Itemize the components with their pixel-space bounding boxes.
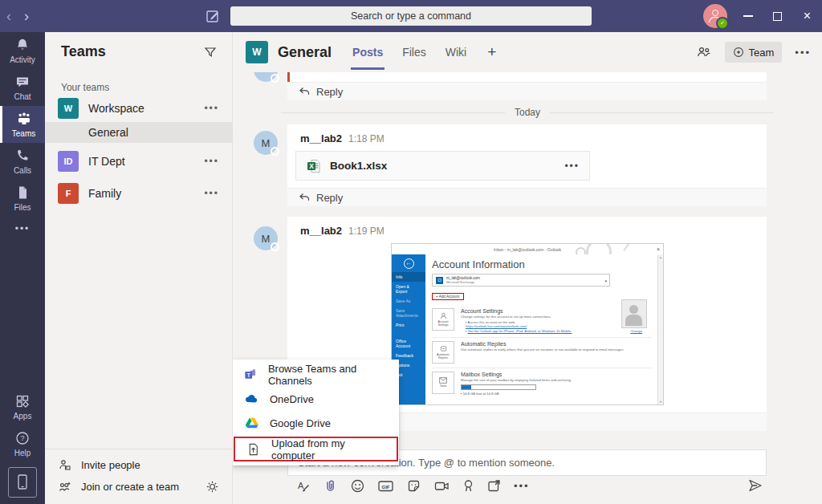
join-create-team-button[interactable]: Join or create a team xyxy=(58,476,219,498)
reply-arrow-icon xyxy=(299,193,310,202)
avatar: M xyxy=(254,226,278,250)
attach-icon[interactable] xyxy=(323,478,338,494)
rail-more-icon[interactable]: ••• xyxy=(0,217,45,241)
rail-item-activity[interactable]: Activity xyxy=(0,32,45,69)
menu-item-label: Upload from my computer xyxy=(271,437,385,461)
new-conversation-icon[interactable] xyxy=(486,478,502,494)
excel-file-icon: X xyxy=(306,158,322,174)
outlook-nav-open-export: Open & Export xyxy=(392,282,425,296)
avatar[interactable]: ✓ xyxy=(703,4,727,28)
compose-more-icon[interactable]: ••• xyxy=(514,480,530,492)
outlook-add-account-button: + Add Account xyxy=(432,293,464,300)
emoji-icon[interactable] xyxy=(350,478,365,494)
new-chat-icon[interactable] xyxy=(205,8,221,24)
menu-item-browse-teams[interactable]: T Browse Teams and Channels xyxy=(233,363,399,387)
reply-button[interactable]: Reply xyxy=(287,188,767,206)
sidebar-team-family[interactable]: F Family ••• xyxy=(45,181,232,205)
team-more-icon[interactable]: ••• xyxy=(204,188,219,199)
mobile-app-button[interactable] xyxy=(8,467,37,498)
rail-item-chat[interactable]: Chat xyxy=(0,69,45,106)
svg-text:GIF: GIF xyxy=(382,485,390,490)
channel-more-icon[interactable]: ••• xyxy=(795,47,811,59)
join-create-team-label: Join or create a team xyxy=(81,481,179,493)
rail-item-files[interactable]: Files xyxy=(0,180,45,217)
menu-item-upload-from-computer[interactable]: Upload from my computer xyxy=(235,438,397,460)
members-icon[interactable] xyxy=(696,44,712,60)
menu-highlight-box: Upload from my computer xyxy=(234,437,398,461)
rail-item-label: Teams xyxy=(12,129,35,138)
rail-item-teams[interactable]: Teams xyxy=(0,106,45,143)
rail-item-help[interactable]: ? Help xyxy=(0,425,45,462)
meet-now-camera-icon[interactable] xyxy=(433,478,450,494)
svg-text:A: A xyxy=(298,481,304,490)
tab-wiki[interactable]: Wiki xyxy=(446,32,466,72)
menu-item-label: OneDrive xyxy=(270,393,314,405)
google-drive-icon xyxy=(244,416,258,430)
menu-item-label: Browse Teams and Channels xyxy=(268,363,388,387)
teams-app-window: ‹ › Search or type a command ✓ × Activit… xyxy=(0,0,822,504)
close-button[interactable]: × xyxy=(792,0,822,32)
search-input[interactable]: Search or type a command xyxy=(230,6,592,26)
attachment-card[interactable]: X Book1.xlsx ••• xyxy=(295,151,590,181)
team-more-icon[interactable]: ••• xyxy=(204,103,219,114)
message-time: 1:18 PM xyxy=(348,133,385,144)
menu-item-google-drive[interactable]: Google Drive xyxy=(233,411,399,435)
outlook-button-label: Account Settings xyxy=(433,320,454,327)
avatar-person-icon xyxy=(712,10,718,16)
outlook-heading: Account Information xyxy=(432,258,652,270)
message-author: m__lab2 xyxy=(300,132,342,144)
team-visibility-button[interactable]: Team xyxy=(725,42,783,63)
tab-files[interactable]: Files xyxy=(402,32,426,72)
team-name: Workspace xyxy=(88,102,144,115)
team-more-icon[interactable]: ••• xyxy=(204,156,219,167)
back-arrow-icon[interactable]: ‹ xyxy=(6,8,11,25)
teams-logo-icon: T xyxy=(244,368,257,382)
rail-item-apps[interactable]: Apps xyxy=(0,388,45,425)
file-icon xyxy=(14,185,31,201)
format-icon[interactable]: A xyxy=(295,478,311,494)
attachment-more-icon[interactable]: ••• xyxy=(564,161,580,172)
reply-button[interactable]: Reply xyxy=(287,82,767,100)
outlook-nav-print: Print xyxy=(392,320,425,330)
team-avatar: ID xyxy=(58,151,79,172)
forward-arrow-icon[interactable]: › xyxy=(24,8,29,25)
sticker-icon[interactable] xyxy=(406,478,421,494)
auto-reply-icon xyxy=(440,345,447,352)
sidebar-team-itdept[interactable]: ID IT Dept ••• xyxy=(45,149,232,173)
person-icon xyxy=(440,312,447,319)
menu-item-label: Google Drive xyxy=(270,417,331,429)
profile-photo-placeholder xyxy=(621,299,647,328)
avatar-initials: M xyxy=(262,233,271,245)
chat-icon xyxy=(14,74,31,90)
upload-file-icon xyxy=(246,442,260,457)
channel-avatar: W xyxy=(246,41,268,63)
attach-file-menu: T Browse Teams and Channels OneDrive Goo… xyxy=(233,360,399,465)
invite-people-button[interactable]: Invite people xyxy=(58,454,219,476)
tab-posts[interactable]: Posts xyxy=(352,32,383,72)
reply-label: Reply xyxy=(316,86,343,98)
message-image-outlook-screenshot[interactable]: Inbox - m_lab@outlook.com - Outlook × ← … xyxy=(391,243,664,405)
gear-icon[interactable] xyxy=(206,480,219,494)
today-label: Today xyxy=(515,107,540,118)
sidebar-channel-general[interactable]: General xyxy=(45,122,232,143)
sidebar-team-workspace[interactable]: W Workspace ••• xyxy=(45,96,232,120)
rail-item-label: Help xyxy=(14,449,31,457)
add-tab-button[interactable]: + xyxy=(487,32,496,72)
gif-icon[interactable]: GIF xyxy=(377,478,394,494)
filter-icon[interactable] xyxy=(203,45,218,59)
svg-text:T: T xyxy=(247,372,250,378)
menu-item-onedrive[interactable]: OneDrive xyxy=(233,387,399,411)
avatar: M xyxy=(254,131,278,155)
rail-item-calls[interactable]: Calls xyxy=(0,143,45,180)
minimize-button[interactable] xyxy=(733,0,763,32)
app-rail: Activity Chat Teams Calls Files ••• Apps… xyxy=(0,32,45,504)
send-icon[interactable] xyxy=(747,478,763,494)
rail-item-label: Apps xyxy=(14,412,32,421)
message-time: 1:19 PM xyxy=(348,226,385,237)
rail-spacer xyxy=(0,241,45,388)
outlook-nav-office-account: Office Account xyxy=(392,336,425,351)
praise-icon[interactable] xyxy=(462,478,474,494)
outlook-section-mailbox-settings: Tools Mailbox Settings Manage the size o… xyxy=(432,368,652,396)
outlook-back-icon: ← xyxy=(404,258,414,269)
maximize-button[interactable] xyxy=(763,0,792,32)
